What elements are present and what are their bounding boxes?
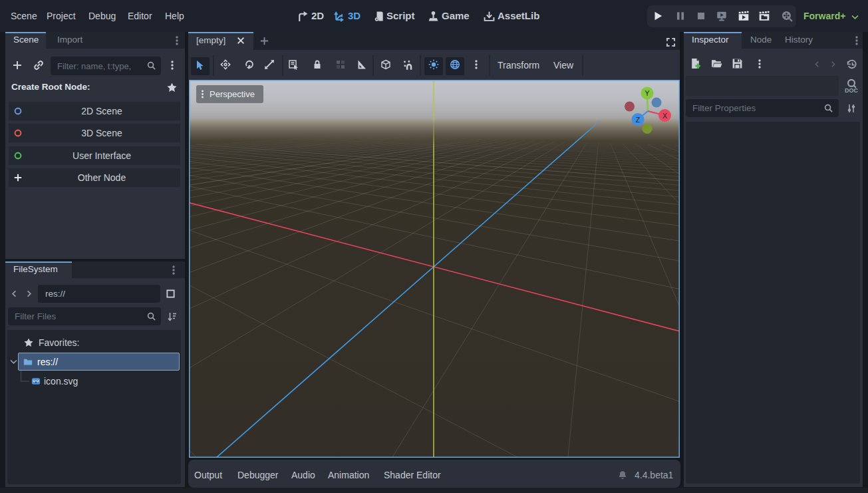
svg-text:X: X (662, 112, 667, 120)
svg-text:Perspective: Perspective (210, 89, 255, 99)
svg-text:Y: Y (645, 89, 649, 97)
svg-text:Z: Z (636, 116, 641, 124)
svg-text:DOC: DOC (845, 87, 858, 94)
